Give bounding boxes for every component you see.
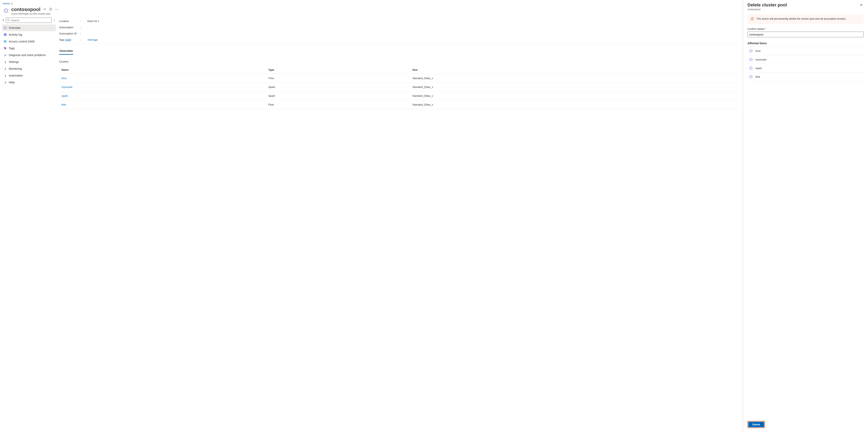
chevron-right-icon: ❯ <box>4 61 7 63</box>
affected-item: trino <box>747 47 864 55</box>
sidebar-item-label: Monitoring <box>9 67 22 70</box>
svg-point-9 <box>7 19 9 21</box>
affected-item: spark <box>747 64 864 73</box>
essentials-subscription-id: Subscription ID : <box>59 30 740 37</box>
cluster-pool-icon <box>3 7 9 14</box>
main-content: Location : East US 2 Subscription : Subs… <box>57 17 743 432</box>
tab-overview[interactable]: Overview <box>59 48 73 55</box>
panel-title: Delete cluster pool <box>747 2 787 8</box>
cluster-link[interactable]: flink <box>61 103 66 106</box>
cluster-icon <box>749 49 753 53</box>
add-tags-link[interactable]: Add tags <box>88 38 98 41</box>
table-row: flink Flink Standard_E8as_v <box>59 100 740 109</box>
chevron-right-icon: ❯ <box>4 67 7 70</box>
sidebar-item-label: Overview <box>9 26 21 29</box>
svg-point-17 <box>4 48 5 48</box>
search-icon <box>7 19 10 22</box>
svg-marker-8 <box>50 8 52 10</box>
page-title: contosopool <box>11 7 40 12</box>
cluster-link[interactable]: spark <box>61 94 68 97</box>
cluster-icon <box>749 75 753 79</box>
table-row: mycluster Spark Standard_E8as_v <box>59 83 740 91</box>
svg-point-20 <box>752 19 752 20</box>
svg-line-10 <box>9 21 10 21</box>
cluster-pool-icon <box>4 26 7 29</box>
sidebar-item-label: Tags <box>9 47 15 50</box>
chevron-right-icon: ❯ <box>11 2 12 5</box>
activity-log-icon <box>4 33 7 36</box>
sidebar-item-label: Settings <box>9 60 19 63</box>
affected-items-heading: Affected items <box>747 42 864 45</box>
sidebar-item-overview[interactable]: Overview <box>2 24 56 31</box>
sidebar-item-tags[interactable]: Tags <box>2 45 56 52</box>
cluster-icon <box>749 58 753 61</box>
sidebar-item-label: Activity log <box>9 33 22 36</box>
svg-rect-12 <box>4 34 6 34</box>
sidebar-item-help[interactable]: ❯ Help <box>2 79 56 86</box>
cluster-link[interactable]: trino <box>61 77 66 80</box>
sidebar-item-monitoring[interactable]: ❯ Monitoring <box>2 65 56 72</box>
sidebar-item-settings[interactable]: ❯ Settings <box>2 58 56 65</box>
sidebar: ⇅ « Overview <box>0 17 57 432</box>
column-name[interactable]: Name <box>59 66 266 74</box>
confirm-delete-label: Confirm delete * <box>747 27 864 30</box>
sidebar-item-label: Help <box>9 81 14 84</box>
svg-point-16 <box>5 41 6 41</box>
affected-item: flink <box>747 73 864 81</box>
sort-handle-icon[interactable]: ⇅ <box>2 19 5 22</box>
delete-panel: Delete cluster pool contosopool ✕ This a… <box>743 0 868 432</box>
svg-point-15 <box>4 40 5 41</box>
table-row: spark Spark Standard_E8as_v <box>59 91 740 100</box>
sidebar-item-automation[interactable]: ❯ Automation <box>2 72 56 79</box>
menu-search[interactable] <box>6 18 52 23</box>
sidebar-item-label: Diagnose and solve problems <box>9 54 45 57</box>
warning-text: This action will permanently delete the … <box>756 17 846 20</box>
tags-icon <box>4 47 7 50</box>
sidebar-item-label: Automation <box>9 74 23 77</box>
panel-subtitle: contosopool <box>747 8 787 11</box>
warning-icon <box>751 17 754 21</box>
resource-type-label: Azure HDInsight on AKS cluster pool <box>11 12 58 15</box>
essentials-tags: Tags (edit) : Add tags <box>59 37 740 44</box>
sidebar-item-diagnose[interactable]: Diagnose and solve problems <box>2 52 56 58</box>
breadcrumb-home[interactable]: Home <box>3 2 10 5</box>
collapse-menu-icon[interactable]: « <box>53 19 56 22</box>
access-control-icon <box>4 40 7 43</box>
confirm-delete-input[interactable] <box>747 32 864 37</box>
chevron-right-icon: ❯ <box>4 74 7 77</box>
search-input[interactable] <box>11 19 50 22</box>
breadcrumb: Home ❯ <box>0 0 743 6</box>
column-type[interactable]: Type <box>266 66 410 74</box>
warning-banner: This action will permanently delete the … <box>747 15 864 24</box>
essentials-location: Location : East US 2 <box>59 18 740 24</box>
close-icon[interactable]: ✕ <box>859 2 864 8</box>
cluster-link[interactable]: mycluster <box>61 86 73 88</box>
sidebar-item-label: Access control (IAM) <box>9 40 35 43</box>
sidebar-item-activity-log[interactable]: Activity log <box>2 31 56 38</box>
table-row: trino Trino Standard_E8as_v <box>59 74 740 83</box>
favorite-icon[interactable] <box>49 7 52 11</box>
tabs: Overview <box>59 48 740 55</box>
more-menu-icon[interactable]: ⋯ <box>55 8 58 11</box>
column-size[interactable]: Size <box>410 66 740 74</box>
affected-item: mycluster <box>747 55 864 64</box>
essentials-subscription: Subscription : <box>59 24 740 30</box>
clusters-table: Name Type Size trino Trino Standard_E8as… <box>59 66 740 109</box>
pin-icon[interactable] <box>43 8 46 11</box>
cluster-icon <box>749 66 753 70</box>
chevron-right-icon: ❯ <box>4 81 7 84</box>
delete-button-highlight: Delete <box>747 421 765 428</box>
delete-button[interactable]: Delete <box>748 422 764 427</box>
edit-tags-link[interactable]: edit <box>66 38 70 41</box>
diagnose-icon <box>4 54 7 57</box>
clusters-heading: Clusters <box>59 60 740 63</box>
sidebar-item-access-control[interactable]: Access control (IAM) <box>2 38 56 45</box>
